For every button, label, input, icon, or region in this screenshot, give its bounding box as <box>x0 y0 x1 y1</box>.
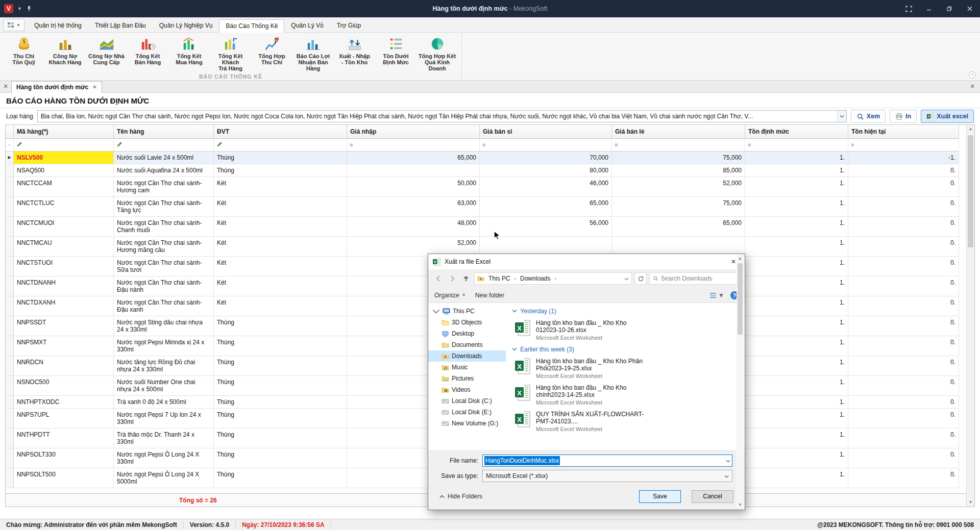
cell-current-stock[interactable]: 0. <box>848 409 959 428</box>
menu-tab[interactable]: Quản trị hệ thống <box>28 19 88 32</box>
ribbon-collapse-button[interactable]: ˄ <box>969 71 976 79</box>
cell-name[interactable]: Nước suối Lavie 24 x 500ml <box>114 152 214 164</box>
export-excel-button[interactable]: X Xuất excel <box>921 110 974 123</box>
ribbon-item[interactable]: Xuất - Nhập- Tồn Kho <box>334 35 375 67</box>
column-header[interactable]: Tên hàng <box>114 125 214 139</box>
ribbon-item[interactable]: Công NợKhách Hàng <box>44 35 86 67</box>
view-options-button[interactable]: ▼ <box>709 292 724 299</box>
tree-item-3d-objects[interactable]: 3D Objects <box>428 317 506 328</box>
cell-current-stock[interactable]: 0. <box>848 237 959 257</box>
ribbon-item[interactable]: $ Thu ChiTồn Quỹ <box>3 35 44 67</box>
auto-filter-cell[interactable] <box>214 139 347 152</box>
cell-name[interactable]: Nước suối Aquafina 24 x 500ml <box>114 164 214 177</box>
cell-min-stock[interactable]: 1. <box>745 356 848 376</box>
forward-button[interactable] <box>447 273 458 284</box>
auto-filter-cell[interactable] <box>14 139 114 152</box>
column-header[interactable]: Tồn định mức <box>745 125 848 139</box>
menu-tab[interactable]: Thiết Lập Ban Đầu <box>88 19 153 32</box>
cell-min-stock[interactable]: 1. <box>745 217 848 237</box>
cell-name[interactable]: Nước ngọt Cần Thơ chai sành-Đậu nành <box>114 276 214 296</box>
category-filter-combobox[interactable]: Bia chai, Bia lon, Nước ngọt Cần Thơ cha… <box>37 110 847 122</box>
auto-filter-cell[interactable]: = <box>745 139 848 152</box>
cell-code[interactable]: NNCTCCAM <box>14 177 114 197</box>
cell-code[interactable]: NNCTSTUOI <box>14 257 114 276</box>
cell-min-stock[interactable]: 1. <box>745 177 848 197</box>
table-row[interactable]: NNCTCCAMNước ngọt Cần Thơ chai sành-Hươn… <box>6 177 967 197</box>
refresh-button[interactable] <box>634 272 647 285</box>
search-input[interactable] <box>661 275 737 282</box>
tabstrip-close-right-button[interactable]: ✕ <box>967 83 978 90</box>
restore-button[interactable] <box>939 0 960 17</box>
cell-name[interactable]: Nước ngọt Pepsi Mirinda xị 24 x 330ml <box>114 336 214 356</box>
auto-filter-cell[interactable]: = <box>480 139 612 152</box>
view-button[interactable]: Xem <box>851 110 886 123</box>
cell-code[interactable]: NNTHPTXODC <box>14 396 114 409</box>
cell-code[interactable]: NNPSOLT330 <box>14 448 114 468</box>
ribbon-item[interactable]: Tổng KếtBán Hàng <box>127 35 168 67</box>
file-group-header[interactable]: Yesterday (1) <box>512 305 734 317</box>
breadcrumb-segment[interactable]: This PC <box>487 274 512 283</box>
cell-wholesale-price[interactable]: 80,000 <box>480 164 612 177</box>
ribbon-item[interactable]: Tổng Hợp KếtQuả Kinh Doanh <box>416 35 458 73</box>
cell-code[interactable]: NNPSMXT <box>14 336 114 356</box>
dialog-titlebar[interactable]: X Xuất ra file Excel ✕ <box>428 254 745 269</box>
cell-retail-price[interactable]: 85,000 <box>612 164 745 177</box>
cell-current-stock[interactable]: 0. <box>848 428 959 448</box>
ribbon-item[interactable]: Tổng KếtMua Hàng <box>168 35 210 67</box>
cell-min-stock[interactable]: 1. <box>745 197 848 217</box>
cell-unit[interactable]: Thùng <box>214 468 347 488</box>
cell-current-stock[interactable]: 0. <box>848 336 959 356</box>
cell-name[interactable]: Nước ngọt Cần Thơ chai sành-Tăng lực <box>114 197 214 217</box>
close-button[interactable] <box>960 0 980 17</box>
cell-wholesale-price[interactable]: 65,000 <box>480 197 612 217</box>
cell-min-stock[interactable]: 1. <box>745 152 848 164</box>
fullscreen-button[interactable] <box>898 0 919 17</box>
cell-unit[interactable]: Thùng <box>214 152 347 164</box>
column-header[interactable]: Tồn hiện tại <box>848 125 959 139</box>
cell-buy-price[interactable]: 48,000 <box>347 217 480 237</box>
cell-buy-price[interactable]: 50,000 <box>347 177 480 197</box>
pin-icon[interactable] <box>26 6 32 12</box>
cell-code[interactable]: NNCTDNANH <box>14 276 114 296</box>
cell-min-stock[interactable]: 1. <box>745 276 848 296</box>
tree-item-desktop[interactable]: Desktop <box>428 328 506 339</box>
chevron-down-icon[interactable] <box>724 472 729 479</box>
file-item[interactable]: X Hàng tồn kho ban đầu _ Kho Kho chính20… <box>512 382 734 408</box>
auto-filter-cell[interactable]: = <box>612 139 745 152</box>
chevron-icon[interactable] <box>432 308 440 315</box>
cell-min-stock[interactable]: 1. <box>745 257 848 276</box>
cell-retail-price[interactable]: 75,000 <box>612 152 745 164</box>
organize-button[interactable]: Organize▼ <box>434 292 466 299</box>
cell-retail-price[interactable]: 75,000 <box>612 197 745 217</box>
cell-current-stock[interactable]: 0. <box>848 356 959 376</box>
cell-code[interactable]: NNCTDXANH <box>14 296 114 316</box>
breadcrumb-segment[interactable]: Downloads <box>519 274 552 283</box>
column-header[interactable]: Mã hàng(*) <box>14 125 114 139</box>
search-box[interactable] <box>649 272 740 285</box>
file-group-header[interactable]: Earlier this week (3) <box>512 343 734 355</box>
cell-buy-price[interactable]: 65,000 <box>347 152 480 164</box>
cell-current-stock[interactable]: 0. <box>848 217 959 237</box>
cell-wholesale-price[interactable]: 70,000 <box>480 152 612 164</box>
menu-tab[interactable]: Quản Lý Nghiệp Vụ <box>153 19 219 32</box>
column-header[interactable]: Giá bán lẻ <box>612 125 745 139</box>
menu-launcher-button[interactable]: ▼ <box>3 19 24 31</box>
cell-unit[interactable]: Thùng <box>214 428 347 448</box>
cell-code[interactable]: NNPS7UPL <box>14 409 114 428</box>
scroll-up-icon[interactable]: ▲ <box>967 125 974 133</box>
save-button[interactable]: Save <box>639 490 681 503</box>
scrollbar-thumb[interactable] <box>738 303 743 335</box>
print-button[interactable]: In <box>890 110 917 123</box>
back-button[interactable] <box>433 273 444 284</box>
cell-name[interactable]: Nước ngọt Sting dâu chai nhựa 24 x 330ml <box>114 316 214 336</box>
auto-filter-cell[interactable]: = <box>347 139 480 152</box>
auto-filter-cell[interactable] <box>114 139 214 152</box>
quick-access-caret-icon[interactable]: ▼ <box>17 6 22 11</box>
breadcrumb-caret-icon[interactable] <box>624 275 629 282</box>
cell-name[interactable]: Nước ngọt Pepsi Ô Long 24 X 330ml <box>114 448 214 468</box>
cell-min-stock[interactable]: 1. <box>745 409 848 428</box>
cell-unit[interactable]: Két <box>214 217 347 237</box>
cell-unit[interactable]: Thùng <box>214 409 347 428</box>
cell-current-stock[interactable]: 0. <box>848 296 959 316</box>
cell-code[interactable]: NSNOC500 <box>14 376 114 396</box>
